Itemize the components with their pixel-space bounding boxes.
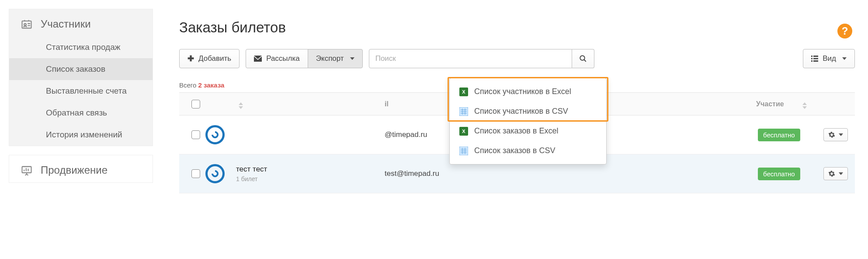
sidebar-promotion-header[interactable]: Продвижение <box>9 155 153 182</box>
presentation-icon <box>21 164 33 176</box>
plus-icon: ✚ <box>187 54 194 63</box>
avatar-cell <box>205 125 236 144</box>
sidebar-participants-label: Участники <box>41 18 91 30</box>
sidebar: Участники Статистика продаж Список заказ… <box>0 9 166 193</box>
page-title: Заказы билетов <box>179 19 855 36</box>
avatar <box>205 125 225 144</box>
export-participants-csv[interactable]: Список участников в CSV <box>450 102 606 121</box>
add-button-label: Добавить <box>198 54 231 63</box>
sidebar-promotion-label: Продвижение <box>41 164 108 176</box>
svg-rect-2 <box>22 167 31 173</box>
export-participants-excel[interactable]: X Список участников в Excel <box>450 82 606 102</box>
svg-point-3 <box>580 56 585 60</box>
row-sub: 1 билет <box>236 175 385 182</box>
select-all-cell <box>186 100 205 108</box>
list-icon <box>811 56 818 62</box>
help-icon[interactable]: ? <box>837 24 852 38</box>
chevron-down-icon <box>842 57 847 60</box>
excel-icon: X <box>459 127 468 136</box>
chevron-down-icon <box>839 133 843 136</box>
export-orders-excel[interactable]: X Список заказов в Excel <box>450 121 606 141</box>
toolbar: ✚ Добавить Рассылка Экспорт <box>179 49 855 68</box>
summary-count: 2 заказа <box>198 81 225 89</box>
svg-rect-4 <box>811 56 812 57</box>
actions-cell <box>823 128 848 141</box>
col-participation-header[interactable]: Участие <box>756 100 800 108</box>
export-item-label: Список участников в Excel <box>474 87 571 96</box>
select-all-checkbox[interactable] <box>191 100 200 108</box>
sidebar-item-history[interactable]: История изменений <box>9 124 153 146</box>
row-name: тест тест <box>236 165 385 174</box>
sidebar-item-feedback[interactable]: Обратная связь <box>9 102 153 124</box>
sidebar-item-sales-stats[interactable]: Статистика продаж <box>9 36 153 58</box>
search-group <box>369 49 594 68</box>
app-layout: Участники Статистика продаж Список заказ… <box>0 0 868 202</box>
col-name-header[interactable] <box>236 99 385 109</box>
sidebar-participants-header[interactable]: Участники <box>9 9 153 36</box>
tag-cell: бесплатно <box>758 168 823 180</box>
export-item-label: Список участников в CSV <box>474 107 568 116</box>
svg-rect-7 <box>813 58 818 60</box>
add-button[interactable]: ✚ Добавить <box>179 49 240 68</box>
search-input[interactable] <box>369 49 572 68</box>
svg-point-1 <box>24 24 26 26</box>
svg-rect-6 <box>811 58 812 60</box>
col-email-label: il <box>385 100 389 108</box>
svg-text:X: X <box>462 89 465 94</box>
row-checkbox[interactable] <box>191 169 200 178</box>
gear-icon <box>828 170 835 177</box>
search-button[interactable] <box>572 49 594 68</box>
sidebar-participants-panel: Участники Статистика продаж Список заказ… <box>9 9 153 146</box>
export-item-label: Список заказов в Excel <box>474 126 558 136</box>
export-button[interactable]: Экспорт <box>308 49 363 68</box>
export-item-label: Список заказов в CSV <box>474 146 555 155</box>
status-badge: бесплатно <box>758 168 800 180</box>
view-button[interactable]: Вид <box>803 49 855 68</box>
search-icon <box>579 55 587 63</box>
excel-icon: X <box>459 88 468 96</box>
csv-icon <box>459 147 468 155</box>
badge-icon <box>21 18 33 30</box>
envelope-icon <box>254 56 262 62</box>
gear-icon <box>828 131 835 138</box>
svg-rect-9 <box>813 60 818 62</box>
email-cell: test@timepad.ru <box>385 169 555 178</box>
sort-icon <box>802 102 807 109</box>
avatar <box>205 164 225 183</box>
help-glyph: ? <box>842 25 848 37</box>
sidebar-item-invoices[interactable]: Выставленные счета <box>9 80 153 102</box>
actions-cell <box>823 167 848 180</box>
export-button-label: Экспорт <box>316 54 344 63</box>
row-checkbox[interactable] <box>191 130 200 139</box>
csv-icon <box>459 107 468 116</box>
row-actions-button[interactable] <box>823 167 848 180</box>
view-button-label: Вид <box>823 54 836 63</box>
name-cell[interactable]: тест тест 1 билет <box>236 165 385 182</box>
sidebar-item-orders-list[interactable]: Список заказов <box>9 58 153 80</box>
row-check-cell <box>186 130 205 139</box>
avatar-cell <box>205 164 236 183</box>
mailing-export-group: Рассылка Экспорт <box>246 49 363 68</box>
content-area: ? Заказы билетов ✚ Добавить Рассылка Экс… <box>166 9 868 193</box>
svg-text:X: X <box>462 129 465 134</box>
col-participation-sort[interactable] <box>800 99 813 109</box>
export-orders-csv[interactable]: Список заказов в CSV <box>450 141 606 161</box>
row-actions-button[interactable] <box>823 128 848 141</box>
summary-prefix: Всего <box>179 81 198 89</box>
status-badge: бесплатно <box>758 129 800 141</box>
sidebar-promotion-panel: Продвижение <box>9 155 153 183</box>
col-participation-label: Участие <box>756 100 784 108</box>
export-dropdown: X Список участников в Excel Список участ… <box>449 78 607 164</box>
chevron-down-icon <box>350 57 354 60</box>
mailing-button[interactable]: Рассылка <box>246 49 308 68</box>
row-check-cell <box>186 169 205 178</box>
name-cell[interactable] <box>236 134 385 136</box>
tag-cell: бесплатно <box>758 129 823 141</box>
sort-icon <box>239 102 243 109</box>
chevron-down-icon <box>839 172 843 175</box>
mailing-button-label: Рассылка <box>266 54 300 63</box>
svg-rect-8 <box>811 60 812 62</box>
svg-rect-5 <box>813 56 818 57</box>
